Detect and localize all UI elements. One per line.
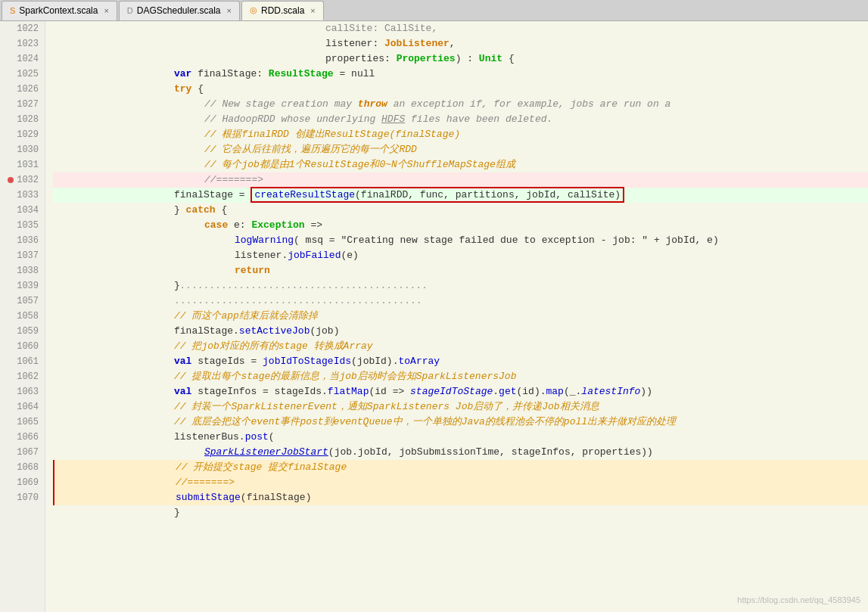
- ln-1065: 1065: [6, 415, 39, 430]
- code-line-1064: // 底层会把这个event事件post到eventQueue中，一个单独的Ja…: [53, 415, 868, 430]
- ln-1039: 1039: [6, 278, 39, 294]
- code-line-1028: // HadoopRDD whose underlying HDFS files…: [53, 112, 868, 127]
- ln-1070: 1070: [6, 490, 39, 505]
- code-line-1058: finalStage.setActiveJob(job): [53, 324, 868, 339]
- ln-1030: 1030: [6, 142, 39, 157]
- code-line-1061: // 提取出每个stage的最新信息，当job启动时会告知SparkListen…: [53, 369, 868, 384]
- tab-label-sparkcontext: SparkContext.scala: [19, 5, 98, 16]
- code-line-1026: try {: [53, 82, 868, 97]
- ln-1067: 1067: [6, 445, 39, 460]
- line-numbers: 1022 1023 1024 1025 1026 1027 1028 1029 …: [0, 21, 45, 612]
- ln-1036: 1036: [6, 233, 39, 248]
- ln-1035: 1035: [6, 218, 39, 233]
- code-line-1027: // New stage creation may throw an excep…: [53, 97, 868, 112]
- code-line-1032: //=======>: [53, 172, 868, 188]
- code-line-1039: }.......................................…: [53, 278, 868, 294]
- code-line-1067: // 开始提交stage 提交finalStage: [53, 460, 868, 475]
- tab-sparkcontext[interactable]: S SparkContext.scala ×: [2, 1, 117, 20]
- code-line-1025: var finalStage: ResultStage = null: [53, 67, 868, 82]
- ln-1033: 1033: [6, 188, 39, 203]
- ln-1063: 1063: [6, 384, 39, 399]
- ln-1025: 1025: [6, 67, 39, 82]
- code-line-1057: // 而这个app结束后就会清除掉: [53, 309, 868, 324]
- code-line-1036: logWarning( msq = "Creating new stage fa…: [53, 233, 868, 248]
- tab-close-rdd[interactable]: ×: [310, 6, 315, 15]
- code-line-1033: finalStage = createResultStage(finalRDD,…: [53, 188, 868, 203]
- code-line-1066: SparkListenerJobStart(job.jobId, jobSubm…: [53, 445, 868, 460]
- tab-label-rdd: RDD.scala: [261, 5, 304, 16]
- tab-label-dagscheduler: DAGScheduler.scala: [137, 5, 221, 16]
- ln-1038: 1038: [6, 263, 39, 278]
- code-line-1023: listener: JobListener,: [53, 36, 868, 51]
- ln-1062: 1062: [6, 369, 39, 384]
- ln-1028: 1028: [6, 112, 39, 127]
- tab-bar: S SparkContext.scala × D DAGScheduler.sc…: [0, 0, 868, 21]
- tab-icon-rdd: ◎: [250, 5, 257, 15]
- code-area[interactable]: callSite: CallSite, listener: JobListene…: [45, 21, 868, 612]
- ln-1059: 1059: [6, 324, 39, 339]
- code-line-1029: // 根据finalRDD 创建出ResultStage(finalStage): [53, 127, 868, 142]
- tab-rdd[interactable]: ◎ RDD.scala ×: [241, 1, 324, 20]
- code-line-1024: properties: Properties) : Unit {: [53, 51, 868, 67]
- code-line-1034: } catch {: [53, 203, 868, 218]
- ln-1058: 1058: [6, 309, 39, 324]
- ln-1026: 1026: [6, 82, 39, 97]
- ln-1069: 1069: [6, 475, 39, 490]
- code-line-1062: val stageInfos = stageIds.flatMap(id => …: [53, 384, 868, 399]
- tab-close-dagscheduler[interactable]: ×: [227, 6, 232, 15]
- ln-1034: 1034: [6, 203, 39, 218]
- code-line-1035: case e: Exception =>: [53, 218, 868, 233]
- ln-1037: 1037: [6, 248, 39, 263]
- code-line-1030: // 它会从后往前找，遍历遍历它的每一个父RDD: [53, 142, 868, 157]
- ln-1027: 1027: [6, 97, 39, 112]
- code-line-1022: callSite: CallSite,: [53, 21, 868, 36]
- watermark: https://blog.csdn.net/qq_4583945: [737, 592, 860, 607]
- code-line-1068: //=======>: [53, 475, 868, 490]
- ln-1064: 1064: [6, 399, 39, 415]
- ln-1066: 1066: [6, 430, 39, 445]
- editor: 1022 1023 1024 1025 1026 1027 1028 1029 …: [0, 21, 868, 612]
- ln-1032: 1032: [6, 172, 39, 188]
- ln-1024: 1024: [6, 51, 39, 67]
- tab-icon-sparkcontext: S: [10, 6, 15, 15]
- tab-dagscheduler[interactable]: D DAGScheduler.scala ×: [119, 1, 240, 20]
- code-line-1031: // 每个job都是由1个ResultStage和0~N个ShuffleMapS…: [53, 157, 868, 172]
- tab-icon-dagscheduler: D: [127, 6, 133, 15]
- code-line-1037: listener.jobFailed(e): [53, 248, 868, 263]
- code-line-1063: // 封装一个SparkListenerEvent，通知SparkListene…: [53, 399, 868, 415]
- tab-close-sparkcontext[interactable]: ×: [104, 6, 108, 15]
- ln-1029: 1029: [6, 127, 39, 142]
- code-line-1070: }: [53, 505, 868, 520]
- ln-1057: 1057: [6, 294, 39, 309]
- code-line-1059: // 把job对应的所有的stage 转换成Array: [53, 339, 868, 354]
- ln-1022: 1022: [6, 21, 39, 36]
- code-line-1065: listenerBus.post(: [53, 430, 868, 445]
- ln-1061: 1061: [6, 354, 39, 369]
- code-line-1038: return: [53, 263, 868, 278]
- ln-1031: 1031: [6, 157, 39, 172]
- ln-1060: 1060: [6, 339, 39, 354]
- ln-1068: 1068: [6, 460, 39, 475]
- code-line-1060: val stageIds = jobIdToStageIds(jobId).to…: [53, 354, 868, 369]
- code-line-gap: ........................................…: [53, 294, 868, 309]
- code-line-1069: submitStage(finalStage): [53, 490, 868, 505]
- ln-1023: 1023: [6, 36, 39, 51]
